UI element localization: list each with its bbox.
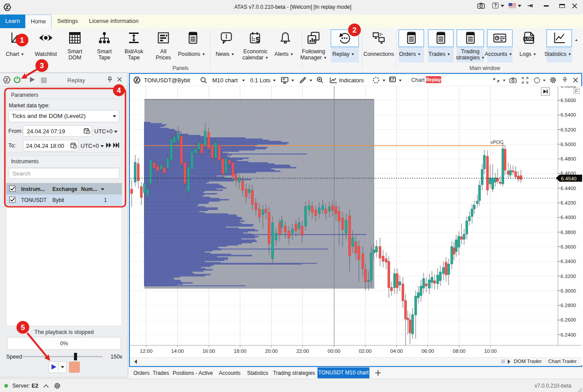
svg-text:6.3400: 6.3400 bbox=[561, 259, 576, 264]
svg-text:6.5000: 6.5000 bbox=[561, 142, 576, 147]
svg-text:00:00: 00:00 bbox=[328, 348, 340, 354]
svg-text:vPOC: vPOC bbox=[491, 139, 503, 145]
svg-text:6.2400: 6.2400 bbox=[561, 332, 576, 337]
svg-text:04:00: 04:00 bbox=[390, 348, 403, 354]
svg-text:20:00: 20:00 bbox=[265, 348, 278, 354]
svg-text:22:00: 22:00 bbox=[296, 348, 309, 354]
svg-text:6.3200: 6.3200 bbox=[561, 274, 576, 279]
svg-text:6.3800: 6.3800 bbox=[561, 230, 576, 235]
svg-text:$: $ bbox=[256, 36, 260, 44]
svg-text:6.4000: 6.4000 bbox=[561, 215, 576, 220]
svg-text:6.4200: 6.4200 bbox=[561, 200, 576, 205]
svg-text:12:00: 12:00 bbox=[140, 348, 153, 354]
svg-text:6.4800: 6.4800 bbox=[561, 156, 576, 161]
svg-text:06:00: 06:00 bbox=[421, 348, 434, 354]
svg-text:F: F bbox=[575, 89, 578, 94]
svg-text:6.5600: 6.5600 bbox=[561, 98, 576, 103]
svg-text:16:00: 16:00 bbox=[203, 348, 215, 354]
svg-text:08:00: 08:00 bbox=[453, 348, 465, 354]
svg-text:14:00: 14:00 bbox=[171, 348, 184, 354]
svg-text:LOG: LOG bbox=[525, 37, 533, 41]
svg-text:6.3000: 6.3000 bbox=[561, 288, 576, 293]
svg-text:6.5200: 6.5200 bbox=[561, 127, 576, 132]
svg-text:02:00: 02:00 bbox=[359, 348, 372, 354]
svg-text:6.3600: 6.3600 bbox=[561, 244, 576, 249]
svg-text:6.2800: 6.2800 bbox=[561, 303, 576, 308]
svg-text:6.4540: 6.4540 bbox=[561, 176, 576, 181]
svg-text:18:00: 18:00 bbox=[234, 348, 247, 354]
svg-text:10:00: 10:00 bbox=[484, 348, 497, 354]
svg-text:6.4400: 6.4400 bbox=[561, 186, 576, 191]
svg-text:6.5400: 6.5400 bbox=[561, 112, 576, 117]
svg-text:6.2600: 6.2600 bbox=[561, 317, 576, 322]
